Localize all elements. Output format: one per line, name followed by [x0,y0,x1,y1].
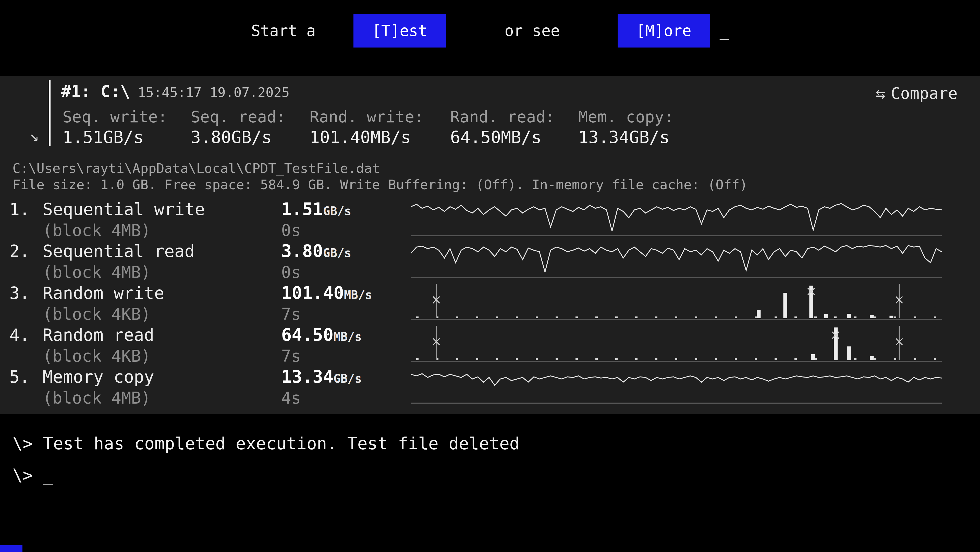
test-title: 4.Random read [10,325,154,345]
col-rand-read-value: 64.50MB/s [450,128,578,147]
results-panel: #1: C:\15:45:17 19.07.2025 ⇆Compare Seq.… [0,77,980,414]
test-block-size: (block 4MB) [43,221,151,240]
result-title: #1: C:\15:45:17 19.07.2025 [61,82,290,101]
test-speed-number: 101.40 [281,283,344,303]
test-speed: 64.50MB/s [281,325,362,345]
test-results-list: 1.Sequential write (block 4MB) 1.51GB/s … [0,199,980,408]
terminal-cursor: _ [43,466,53,485]
col-seq-read-value: 3.80GB/s [191,128,310,147]
test-block-size: (block 4KB) [43,347,151,365]
test-duration: 0s [281,263,301,282]
test-name: Sequential write [43,199,205,219]
test-speed: 13.34GB/s [281,367,362,387]
sequential-write-sparkline [411,199,942,237]
result-selection-bar [49,80,51,146]
test-block-size: (block 4KB) [43,305,151,324]
test-name: Random write [43,283,164,303]
test-speed-unit: MB/s [334,330,362,343]
top-action-bar: Start a [T]est or see [M]ore _ [0,0,980,77]
summary-values-row: 1.51GB/s 3.80GB/s 101.40MB/s 64.50MB/s 1… [62,128,670,147]
test-speed-unit: GB/s [323,246,352,260]
random-read-sparkline [411,325,942,362]
terminal-message: Test has completed execution. Test file … [43,434,520,453]
col-mem-copy-value: 13.34GB/s [578,128,670,147]
result-id-label: #1: C:\ [61,82,130,101]
test-number: 3. [10,283,43,303]
compare-arrows-icon: ⇆ [876,84,885,103]
test-file-details: File size: 1.0 GB. Free space: 584.9 GB.… [13,177,748,192]
col-seq-read-label: Seq. read: [191,107,310,126]
test-title: 5.Memory copy [10,367,154,387]
col-rand-write-value: 101.40MB/s [310,128,450,147]
test-name: Memory copy [43,367,154,387]
more-button[interactable]: [M]ore [617,14,710,48]
test-speed-unit: MB/s [344,288,372,302]
test-title: 3.Random write [10,283,164,303]
terminal-input-line[interactable]: \>_ [13,466,53,485]
test-row-random-write: 3.Random write (block 4KB) 101.40MB/s 7s [0,283,980,325]
test-speed: 1.51GB/s [281,199,352,219]
test-row-random-read: 4.Random read (block 4KB) 64.50MB/s 7s [0,325,980,367]
test-speed-unit: GB/s [323,204,352,218]
test-number: 1. [10,199,43,219]
sequential-read-sparkline [411,241,942,279]
col-rand-read-label: Rand. read: [450,107,578,126]
test-file-path: C:\Users\rayti\AppData\Local\CPDT_TestFi… [13,161,380,176]
col-rand-write-label: Rand. write: [310,107,450,126]
test-number: 5. [10,367,43,387]
top-action-row: Start a [T]est or see [M]ore _ [0,14,980,48]
test-duration: 0s [281,221,301,240]
col-seq-write-label: Seq. write: [62,107,191,126]
test-title: 1.Sequential write [10,199,205,219]
result-timestamp: 15:45:17 19.07.2025 [138,85,290,100]
test-name: Random read [43,325,154,345]
summary-column-headers: Seq. write: Seq. read: Rand. write: Rand… [62,107,673,126]
test-speed-number: 3.80 [281,241,323,261]
test-speed-number: 13.34 [281,367,334,387]
test-speed-unit: GB/s [334,372,362,386]
test-duration: 7s [281,347,301,365]
test-name: Sequential read [43,241,195,261]
corner-accent-block [0,546,22,552]
terminal-output-line: \>Test has completed execution. Test fil… [13,434,520,453]
col-mem-copy-label: Mem. copy: [578,107,673,126]
test-speed-number: 1.51 [281,199,323,219]
random-write-sparkline [411,283,942,321]
test-duration: 4s [281,389,301,407]
test-block-size: (block 4MB) [43,389,151,407]
test-speed: 3.80GB/s [281,241,352,261]
test-row-sequential-read: 2.Sequential read (block 4MB) 3.80GB/s 0… [0,241,980,283]
start-a-label: Start a [251,22,316,40]
test-duration: 7s [281,305,301,324]
terminal-prompt: \> [13,434,33,453]
test-button[interactable]: [T]est [353,14,446,48]
test-row-sequential-write: 1.Sequential write (block 4MB) 1.51GB/s … [0,199,980,241]
compare-label: Compare [891,84,958,103]
test-speed: 101.40MB/s [281,283,372,303]
test-row-memory-copy: 5.Memory copy (block 4MB) 13.34GB/s 4s [0,367,980,408]
test-block-size: (block 4MB) [43,263,151,282]
terminal-prompt: \> [13,466,33,485]
test-number: 4. [10,325,43,345]
row-pointer-arrow-icon: ↘ [30,126,39,144]
or-see-label: or see [504,22,560,40]
test-number: 2. [10,241,43,261]
test-title: 2.Sequential read [10,241,195,261]
test-speed-number: 64.50 [281,325,334,345]
memory-copy-sparkline [411,367,942,404]
compare-button[interactable]: ⇆Compare [876,84,958,103]
col-seq-write-value: 1.51GB/s [62,128,191,147]
topbar-text-cursor: _ [720,22,729,40]
